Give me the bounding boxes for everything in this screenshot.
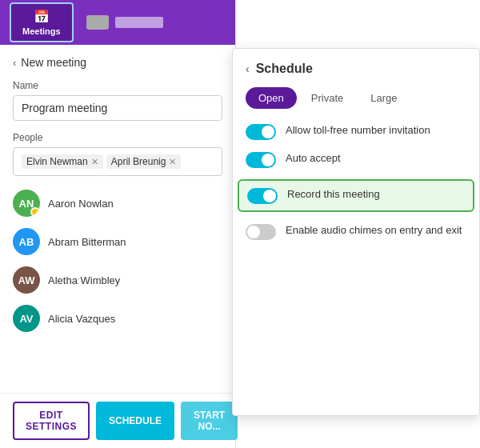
bottom-buttons: EDIT SETTINGS SCHEDULE START NO... bbox=[0, 393, 235, 448]
list-item[interactable]: AV Alicia Vazques bbox=[13, 299, 222, 338]
person-name: Abram Bitterman bbox=[48, 236, 126, 248]
remove-april-icon[interactable]: ✕ bbox=[169, 157, 176, 167]
remove-elvin-icon[interactable]: ✕ bbox=[91, 157, 98, 167]
avatar: AV bbox=[13, 305, 40, 332]
avatar: AN bbox=[13, 190, 40, 217]
people-list: AN Aaron Nowlan AB Abram Bitterman AW Al… bbox=[13, 184, 222, 338]
calendar-icon: 📅 bbox=[34, 9, 50, 24]
tag-name: April Breunig bbox=[111, 156, 166, 167]
tab-open[interactable]: Open bbox=[246, 87, 297, 109]
back-label: New meeting bbox=[21, 56, 86, 69]
name-input[interactable] bbox=[13, 95, 222, 121]
back-chevron-icon: ‹ bbox=[13, 57, 16, 69]
top-bar-name bbox=[115, 17, 163, 28]
setting-record: Record this meeting bbox=[238, 179, 474, 212]
top-bar-avatar bbox=[86, 15, 109, 30]
toggle-chimes[interactable] bbox=[246, 224, 276, 240]
back-nav[interactable]: ‹ New meeting bbox=[13, 56, 222, 69]
form-area: ‹ New meeting Name People Elvin Newman ✕… bbox=[0, 45, 235, 393]
badge bbox=[30, 207, 40, 217]
setting-chimes: Enable audio chimes on entry and exit bbox=[246, 223, 466, 240]
record-label: Record this meeting bbox=[287, 187, 465, 202]
list-item[interactable]: AB Abram Bitterman bbox=[13, 222, 222, 261]
top-bar: 📅 Meetings bbox=[0, 0, 235, 45]
start-now-button[interactable]: START NO... bbox=[181, 402, 238, 440]
schedule-back-icon[interactable]: ‹ bbox=[246, 62, 250, 75]
tag-elvin: Elvin Newman ✕ bbox=[22, 154, 103, 169]
toggle-knob bbox=[262, 154, 274, 166]
toll-free-label: Allow toll-free number invitation bbox=[286, 123, 466, 138]
person-name: Aaron Nowlan bbox=[48, 198, 114, 210]
tab-private[interactable]: Private bbox=[298, 87, 356, 109]
toggle-knob bbox=[262, 126, 274, 138]
toggle-auto-accept[interactable] bbox=[246, 152, 276, 168]
schedule-settings-panel: ‹ Schedule Open Private Large Allow toll… bbox=[232, 48, 480, 416]
tab-large[interactable]: Large bbox=[358, 87, 410, 109]
people-box: Elvin Newman ✕ April Breunig ✕ bbox=[13, 147, 222, 176]
settings-list: Allow toll-free number invitation Auto a… bbox=[246, 123, 466, 402]
left-panel: 📅 Meetings ‹ New meeting Name People Elv… bbox=[0, 0, 236, 448]
people-label: People bbox=[13, 132, 222, 143]
chimes-label: Enable audio chimes on entry and exit bbox=[286, 223, 466, 238]
list-item[interactable]: AN Aaron Nowlan bbox=[13, 184, 222, 222]
app-container: 📅 Meetings ‹ New meeting Name People Elv… bbox=[0, 0, 480, 448]
toggle-knob bbox=[247, 226, 260, 238]
schedule-header: ‹ Schedule bbox=[246, 62, 466, 76]
auto-accept-label: Auto accept bbox=[286, 151, 466, 166]
list-item[interactable]: AW Aletha Wimbley bbox=[13, 261, 222, 299]
edit-settings-button[interactable]: EDIT SETTINGS bbox=[13, 402, 90, 440]
toggle-knob bbox=[263, 190, 276, 202]
avatar: AB bbox=[13, 228, 40, 255]
name-label: Name bbox=[13, 80, 222, 91]
person-name: Alicia Vazques bbox=[48, 313, 115, 325]
tag-april: April Breunig ✕ bbox=[106, 154, 182, 169]
type-tabs: Open Private Large bbox=[246, 87, 466, 109]
schedule-button[interactable]: SCHEDULE bbox=[96, 402, 174, 440]
person-name: Aletha Wimbley bbox=[48, 274, 120, 286]
meetings-tab-label: Meetings bbox=[22, 26, 61, 36]
schedule-title: Schedule bbox=[256, 62, 313, 76]
toggle-toll-free[interactable] bbox=[246, 124, 276, 140]
tag-name: Elvin Newman bbox=[26, 156, 88, 167]
meetings-tab[interactable]: 📅 Meetings bbox=[10, 2, 74, 42]
setting-auto-accept: Auto accept bbox=[246, 151, 466, 168]
setting-toll-free: Allow toll-free number invitation bbox=[246, 123, 466, 140]
avatar: AW bbox=[13, 266, 40, 294]
toggle-record[interactable] bbox=[247, 188, 278, 204]
